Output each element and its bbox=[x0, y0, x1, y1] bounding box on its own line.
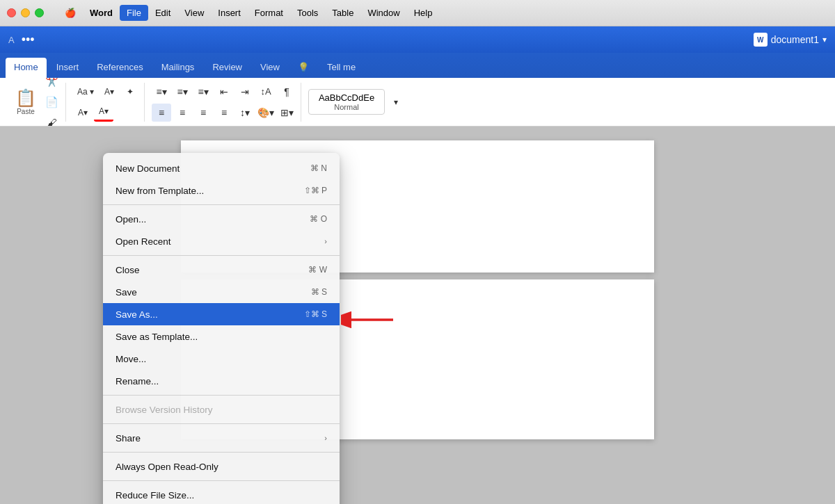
edit-menu[interactable]: Edit bbox=[148, 5, 177, 21]
highlight-btn[interactable]: A▾ bbox=[73, 104, 93, 122]
table-menu[interactable]: Table bbox=[325, 5, 360, 21]
align-right-btn[interactable]: ≡ bbox=[193, 104, 213, 122]
doc-title: W document1 ▾ bbox=[754, 33, 827, 47]
close-button[interactable] bbox=[7, 8, 16, 17]
menu-share[interactable]: Share › bbox=[103, 427, 340, 449]
toolbar-clipboard-group: 📋 Paste ✂️ 📄 🖌 bbox=[7, 83, 66, 122]
paste-button[interactable]: 📋 Paste bbox=[11, 86, 40, 118]
toolbar-font-group: Aa ▾ A▾ ✦ A▾ A▾ bbox=[69, 83, 145, 122]
traffic-lights bbox=[7, 8, 44, 17]
align-center-btn[interactable]: ≡ bbox=[173, 104, 192, 122]
font-color-btn[interactable]: A▾ bbox=[94, 104, 113, 122]
align-left-btn[interactable]: ≡ bbox=[152, 104, 171, 122]
tab-mailings[interactable]: Mailings bbox=[153, 58, 203, 78]
style-gallery[interactable]: AaBbCcDdEe Normal bbox=[308, 89, 385, 115]
mac-menu-bar: 🍎 Word File Edit View Insert Format Tool… bbox=[58, 5, 439, 21]
format-menu[interactable]: Format bbox=[248, 5, 290, 21]
ribbon-right: W document1 ▾ bbox=[754, 33, 827, 47]
app-name[interactable]: Word bbox=[83, 5, 120, 21]
menu-reduce-file-size[interactable]: Reduce File Size... bbox=[103, 484, 340, 504]
paragraph-row2: ≡ ≡ ≡ ≡ ↕▾ 🎨▾ ⊞▾ bbox=[152, 104, 296, 122]
help-menu[interactable]: Help bbox=[407, 5, 440, 21]
decrease-indent-btn[interactable]: ⇤ bbox=[214, 83, 234, 101]
increase-indent-btn[interactable]: ⇥ bbox=[235, 83, 255, 101]
menu-open[interactable]: Open... ⌘ O bbox=[103, 208, 340, 230]
menu-always-open-read-only[interactable]: Always Open Read-Only bbox=[103, 455, 340, 478]
style-preview: AaBbCcDdEe bbox=[316, 92, 377, 103]
tools-menu[interactable]: Tools bbox=[290, 5, 325, 21]
borders-btn[interactable]: ⊞▾ bbox=[277, 104, 296, 122]
window-menu[interactable]: Window bbox=[360, 5, 406, 21]
bullets-btn[interactable]: ≡▾ bbox=[152, 83, 171, 101]
format-painter-button[interactable]: 🖌 bbox=[42, 114, 61, 127]
numbering-btn[interactable]: ≡▾ bbox=[173, 83, 192, 101]
cut-button[interactable]: ✂️ bbox=[42, 78, 61, 90]
ribbon-top: A ••• W document1 ▾ bbox=[0, 26, 835, 53]
sort-btn[interactable]: ↕A bbox=[256, 83, 276, 101]
maximize-button[interactable] bbox=[35, 8, 44, 17]
document-area: New Document ⌘ N New from Template... ⇧⌘… bbox=[0, 127, 835, 504]
tab-references[interactable]: References bbox=[88, 58, 151, 78]
menu-save-as-template[interactable]: Save as Template... bbox=[103, 325, 340, 348]
toolbar-paragraph-group: ≡▾ ≡▾ ≡▾ ⇤ ⇥ ↕A ¶ ≡ ≡ ≡ ≡ ↕▾ 🎨▾ ⊞▾ bbox=[148, 83, 301, 122]
insert-menu[interactable]: Insert bbox=[211, 5, 248, 21]
word-icon: W bbox=[754, 33, 768, 47]
style-name: Normal bbox=[316, 103, 377, 111]
separator-4 bbox=[103, 423, 340, 424]
line-spacing-btn[interactable]: ↕▾ bbox=[235, 104, 255, 122]
separator-6 bbox=[103, 480, 340, 481]
styles-expand-btn[interactable]: ▾ bbox=[386, 93, 406, 111]
menu-new-document[interactable]: New Document ⌘ N bbox=[103, 157, 340, 179]
clear-format-btn[interactable]: ✦ bbox=[120, 83, 140, 101]
file-menu[interactable]: File bbox=[120, 5, 148, 21]
ribbon-area: A ••• W document1 ▾ Home Insert Referenc… bbox=[0, 26, 835, 127]
minimize-button[interactable] bbox=[21, 8, 30, 17]
paste-label: Paste bbox=[17, 108, 35, 115]
font-row1: Aa ▾ A▾ ✦ bbox=[73, 83, 140, 101]
font-row2: A▾ A▾ bbox=[73, 104, 113, 122]
file-dropdown-menu: New Document ⌘ N New from Template... ⇧⌘… bbox=[103, 153, 340, 504]
menu-rename[interactable]: Rename... bbox=[103, 370, 340, 392]
menu-move[interactable]: Move... bbox=[103, 348, 340, 370]
menu-new-from-template[interactable]: New from Template... ⇧⌘ P bbox=[103, 179, 340, 202]
tab-home[interactable]: Home bbox=[6, 58, 47, 78]
tab-review[interactable]: Review bbox=[204, 58, 250, 78]
shading-btn[interactable]: 🎨▾ bbox=[256, 104, 276, 122]
menu-save-as[interactable]: Save As... ⇧⌘ S bbox=[103, 303, 340, 325]
menu-save[interactable]: Save ⌘ S bbox=[103, 281, 340, 303]
ribbon-toolbar: 📋 Paste ✂️ 📄 🖌 Aa ▾ A▾ ✦ A▾ A▾ bbox=[0, 78, 835, 127]
tab-view[interactable]: View bbox=[252, 58, 288, 78]
separator-3 bbox=[103, 395, 340, 396]
menu-close[interactable]: Close ⌘ W bbox=[103, 259, 340, 281]
more-button[interactable]: ••• bbox=[22, 33, 35, 47]
show-formatting-btn[interactable]: ¶ bbox=[277, 83, 296, 101]
quick-access: A bbox=[8, 35, 15, 45]
copy-button[interactable]: 📄 bbox=[42, 93, 61, 111]
multilevel-btn[interactable]: ≡▾ bbox=[193, 83, 213, 101]
separator-5 bbox=[103, 452, 340, 453]
font-size-btn[interactable]: A▾ bbox=[100, 83, 119, 101]
font-name-btn[interactable]: Aa ▾ bbox=[73, 83, 98, 101]
separator-2 bbox=[103, 255, 340, 256]
view-menu[interactable]: View bbox=[177, 5, 211, 21]
tab-tell-me[interactable]: Tell me bbox=[319, 58, 364, 78]
toolbar-styles-group: AaBbCcDdEe Normal ▾ bbox=[304, 83, 410, 122]
title-bar: 🍎 Word File Edit View Insert Format Tool… bbox=[0, 0, 835, 26]
justify-btn[interactable]: ≡ bbox=[214, 104, 234, 122]
clipboard-sub: ✂️ 📄 🖌 bbox=[42, 78, 61, 127]
menu-open-recent[interactable]: Open Recent › bbox=[103, 230, 340, 252]
chevron-down-icon[interactable]: ▾ bbox=[822, 35, 827, 44]
ribbon-tabs: Home Insert References Mailings Review V… bbox=[0, 53, 835, 78]
tab-insert[interactable]: Insert bbox=[48, 58, 88, 78]
apple-menu[interactable]: 🍎 bbox=[58, 5, 83, 21]
separator-1 bbox=[103, 204, 340, 205]
tab-lightbulb: 💡 bbox=[289, 58, 317, 78]
menu-browse-version-history: Browse Version History bbox=[103, 398, 340, 421]
paragraph-row1: ≡▾ ≡▾ ≡▾ ⇤ ⇥ ↕A ¶ bbox=[152, 83, 296, 101]
